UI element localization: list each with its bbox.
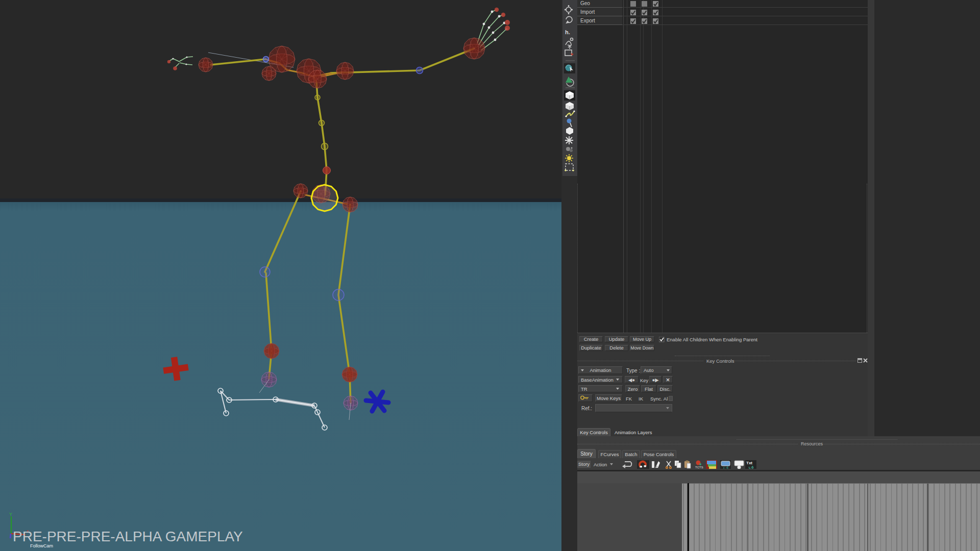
svg-text:TCTS: TCTS [695, 466, 703, 469]
svg-text:Txt: Txt [746, 461, 752, 465]
svg-text:Y: Y [9, 512, 12, 517]
svg-text:h.: h. [565, 29, 570, 35]
